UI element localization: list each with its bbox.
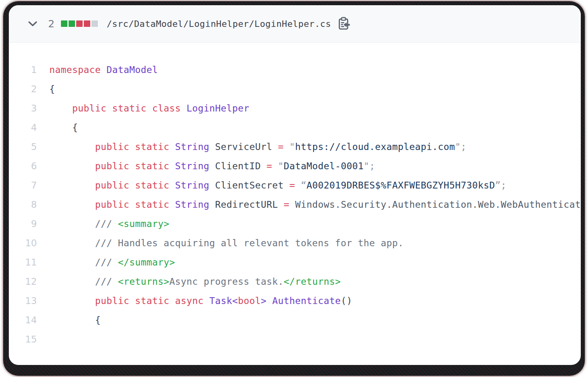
- code-viewer-card: 2 /src/DataModel/LoginHelper/LoginHelper…: [9, 5, 581, 365]
- code-line: 1namespace DataModel: [9, 60, 581, 79]
- code-text: public static String RedirectURL = Windo…: [49, 195, 581, 214]
- line-number: 9: [9, 214, 37, 233]
- line-number: 1: [9, 60, 37, 79]
- change-count: 2: [48, 18, 55, 30]
- code-text: namespace DataModel: [49, 60, 158, 79]
- code-line: 12 /// <returns>Async progress task.</re…: [9, 272, 581, 291]
- code-text: {: [49, 310, 101, 330]
- green-diff-block: [69, 20, 75, 27]
- green-diff-block: [61, 20, 67, 27]
- code-line: 11 /// </summary>: [9, 253, 581, 272]
- copy-button[interactable]: [337, 16, 351, 31]
- line-number: 2: [9, 79, 37, 99]
- code-text: public static String ClientSecret = “A00…: [49, 176, 507, 195]
- code-line: 13 public static async Task<bool> Authen…: [9, 291, 581, 310]
- file-path: /src/DataModel/LoginHelper/LoginHelper.c…: [107, 19, 331, 29]
- line-number: 12: [9, 272, 37, 291]
- line-number: 13: [9, 291, 37, 310]
- code-text: /// Handles acquiring all relevant token…: [49, 233, 403, 253]
- line-number: 7: [9, 176, 37, 195]
- red-diff-block: [84, 20, 90, 27]
- collapse-button[interactable]: [26, 18, 39, 30]
- line-number: 14: [9, 310, 37, 330]
- code-line: 7 public static String ClientSecret = “A…: [9, 176, 581, 195]
- code-line: 5 public static String ServiceUrl = "htt…: [9, 137, 581, 156]
- code-text: /// <summary>: [49, 214, 169, 233]
- code-line: 9 /// <summary>: [9, 214, 581, 233]
- code-line: 15: [9, 330, 581, 349]
- code-line: 2{: [9, 79, 581, 99]
- code-text: {: [49, 118, 78, 137]
- code-lines: 1namespace DataModel2{3 public static cl…: [9, 43, 581, 365]
- code-text: {: [49, 79, 55, 99]
- line-number: 11: [9, 253, 37, 272]
- copy-to-clipboard-icon: [337, 17, 350, 30]
- line-number: 6: [9, 156, 37, 176]
- code-line: 8 public static String RedirectURL = Win…: [9, 195, 581, 214]
- red-diff-block: [76, 20, 83, 27]
- code-text: public static async Task<bool> Authentic…: [49, 291, 352, 310]
- code-text: public static String ServiceUrl = "https…: [49, 137, 466, 156]
- line-number: 5: [9, 137, 37, 156]
- code-text: public static class LoginHelper: [49, 99, 249, 118]
- code-line: 3 public static class LoginHelper: [9, 99, 581, 118]
- code-text: /// <returns>Async progress task.</retur…: [49, 272, 341, 291]
- line-number: 3: [9, 99, 37, 118]
- line-number: 8: [9, 195, 37, 214]
- line-number: 10: [9, 233, 37, 253]
- code-line: 6 public static String ClientID = "DataM…: [9, 156, 581, 176]
- gray-diff-block: [91, 20, 98, 27]
- code-line: 10 /// Handles acquiring all relevant to…: [9, 233, 581, 253]
- diff-stat-blocks: [61, 20, 98, 27]
- code-line: 4 {: [9, 118, 581, 137]
- line-number: 15: [9, 330, 37, 349]
- chevron-down-icon: [28, 21, 38, 27]
- file-header: 2 /src/DataModel/LoginHelper/LoginHelper…: [9, 5, 581, 43]
- code-text: public static String ClientID = "DataMod…: [49, 156, 375, 176]
- code-line: 14 {: [9, 310, 581, 330]
- line-number: 4: [9, 118, 37, 137]
- code-text: /// </summary>: [49, 253, 175, 272]
